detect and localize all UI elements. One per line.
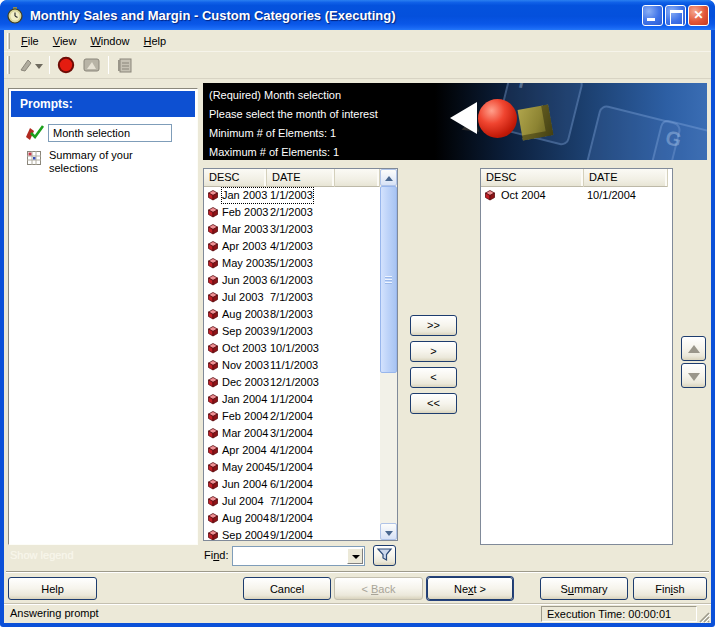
list-item-text: Feb 20042/1/2004 bbox=[222, 409, 313, 424]
toolbar-separator bbox=[49, 56, 50, 74]
window-title: Monthly Sales and Margin - Custom Catego… bbox=[30, 8, 642, 23]
list-item-date: 12/1/2003 bbox=[270, 376, 319, 388]
move-down-button[interactable] bbox=[681, 363, 706, 388]
list-item[interactable]: Apr 20044/1/2004 bbox=[204, 442, 380, 459]
list-item[interactable]: Mar 20043/1/2004 bbox=[204, 425, 380, 442]
status-bar: Answering prompt Execution Time: 00:00:0… bbox=[4, 603, 711, 623]
list-item[interactable]: Sep 20049/1/2004 bbox=[204, 527, 380, 540]
column-header-desc[interactable]: DESC bbox=[481, 169, 584, 187]
list-item-desc: Aug 2003 bbox=[222, 307, 270, 322]
move-up-button[interactable] bbox=[681, 336, 706, 361]
list-item-desc: Feb 2004 bbox=[222, 409, 270, 424]
list-item-date: 11/1/2003 bbox=[270, 359, 318, 371]
list-item[interactable]: May 20045/1/2004 bbox=[204, 459, 380, 476]
scrollbar-thumb[interactable] bbox=[380, 186, 397, 373]
find-input[interactable] bbox=[234, 548, 346, 564]
summary-button[interactable]: Summary bbox=[540, 577, 628, 600]
month-cube-icon bbox=[207, 342, 219, 354]
available-elements-list[interactable]: DESC DATE Jan 20031/1/2003Feb 20032/1/20… bbox=[203, 168, 398, 541]
column-header-date[interactable]: DATE bbox=[267, 169, 335, 187]
list-item-desc: May 2004 bbox=[222, 460, 270, 475]
list-item[interactable]: Aug 20048/1/2004 bbox=[204, 510, 380, 527]
next-button[interactable]: Next > bbox=[427, 577, 513, 600]
list-item-text: Apr 20034/1/2003 bbox=[222, 239, 313, 254]
list-item[interactable]: Apr 20034/1/2003 bbox=[204, 238, 380, 255]
list-item[interactable]: Feb 20042/1/2004 bbox=[204, 408, 380, 425]
footer-separator bbox=[6, 571, 709, 573]
stop-execution-icon[interactable] bbox=[53, 54, 79, 76]
toolbar-grip-handle[interactable] bbox=[7, 56, 10, 74]
list-item[interactable]: Jul 20047/1/2004 bbox=[204, 493, 380, 510]
close-button[interactable]: ✕ bbox=[688, 5, 709, 26]
menu-window[interactable]: Window bbox=[83, 32, 136, 50]
month-cube-icon bbox=[207, 427, 219, 439]
notes-icon[interactable] bbox=[112, 54, 138, 76]
list-item-text: Sep 20049/1/2004 bbox=[222, 528, 313, 540]
menu-bar: FileViewWindowHelp bbox=[4, 30, 711, 52]
list-item[interactable]: Feb 20032/1/2003 bbox=[204, 204, 380, 221]
selected-elements-list[interactable]: DESC DATE Oct 200410/1/2004 bbox=[480, 168, 673, 545]
filter-button[interactable] bbox=[373, 545, 396, 566]
menu-file[interactable]: File bbox=[14, 32, 46, 50]
toolbar bbox=[4, 52, 711, 79]
list-item-text: Nov 200311/1/2003 bbox=[222, 358, 318, 373]
list-item-date: 10/1/2003 bbox=[270, 342, 319, 354]
month-cube-icon bbox=[207, 495, 219, 507]
add-all-button[interactable]: >> bbox=[410, 315, 457, 336]
finish-button[interactable]: Finish bbox=[633, 577, 707, 600]
month-cube-icon bbox=[207, 189, 219, 201]
find-combobox[interactable] bbox=[232, 546, 365, 566]
menu-help[interactable]: Help bbox=[137, 32, 174, 50]
minimize-button[interactable] bbox=[642, 5, 663, 26]
scroll-down-icon[interactable] bbox=[380, 523, 397, 540]
menu-bar-items: FileViewWindowHelp bbox=[14, 32, 173, 50]
show-legend-link[interactable]: Show legend bbox=[10, 549, 74, 561]
available-list-scrollbar[interactable] bbox=[380, 169, 397, 540]
help-button[interactable]: Help bbox=[8, 577, 97, 600]
answer-prompt-icon[interactable] bbox=[14, 54, 46, 76]
menubar-grip-handle[interactable] bbox=[7, 33, 10, 49]
list-item[interactable]: May 20035/1/2003 bbox=[204, 255, 380, 272]
list-item[interactable]: Nov 200311/1/2003 bbox=[204, 357, 380, 374]
list-item-text: Apr 20044/1/2004 bbox=[222, 443, 313, 458]
remove-button[interactable]: < bbox=[410, 367, 457, 388]
down-arrow-icon bbox=[688, 373, 700, 381]
list-item[interactable]: Jan 20031/1/2003 bbox=[204, 187, 380, 204]
cancel-button[interactable]: Cancel bbox=[243, 577, 331, 600]
scroll-up-icon[interactable] bbox=[380, 169, 397, 186]
add-button[interactable]: > bbox=[410, 341, 457, 362]
combo-dropdown-icon[interactable] bbox=[347, 548, 363, 564]
list-item[interactable]: Jun 20046/1/2004 bbox=[204, 476, 380, 493]
export-image-icon[interactable] bbox=[79, 54, 105, 76]
list-item-date: 6/1/2004 bbox=[270, 478, 313, 490]
prompt-item-month-selection[interactable]: Month selection bbox=[9, 124, 197, 144]
list-item[interactable]: Jul 20037/1/2003 bbox=[204, 289, 380, 306]
list-item[interactable]: Dec 200312/1/2003 bbox=[204, 374, 380, 391]
list-item[interactable]: Sep 20039/1/2003 bbox=[204, 323, 380, 340]
list-item-desc: Apr 2004 bbox=[222, 443, 270, 458]
prompts-panel: Prompts: Month selection bbox=[8, 88, 198, 545]
list-item[interactable]: Mar 20033/1/2003 bbox=[204, 221, 380, 238]
list-item[interactable]: Jan 20041/1/2004 bbox=[204, 391, 380, 408]
month-cube-icon bbox=[207, 291, 219, 303]
list-item-date: 9/1/2003 bbox=[270, 325, 313, 337]
list-item[interactable]: Oct 200410/1/2004 bbox=[481, 187, 672, 204]
list-item-desc: Dec 2003 bbox=[222, 375, 270, 390]
list-item-text: Jan 20041/1/2004 bbox=[222, 392, 313, 407]
resize-grip[interactable] bbox=[697, 609, 710, 622]
menu-view[interactable]: View bbox=[46, 32, 84, 50]
maximize-button[interactable] bbox=[665, 5, 686, 26]
prompt-item-label: Summary of your selections bbox=[49, 149, 174, 175]
up-arrow-icon bbox=[688, 345, 700, 353]
column-header-date[interactable]: DATE bbox=[584, 169, 668, 187]
list-item[interactable]: Jun 20036/1/2003 bbox=[204, 272, 380, 289]
list-item-date: 2/1/2003 bbox=[270, 206, 313, 218]
back-button[interactable]: < Back bbox=[334, 577, 423, 600]
list-item[interactable]: Aug 20038/1/2003 bbox=[204, 306, 380, 323]
list-item-date: 10/1/2004 bbox=[587, 189, 636, 201]
list-item-text: Oct 200410/1/2004 bbox=[501, 188, 636, 203]
column-header-desc[interactable]: DESC bbox=[204, 169, 267, 187]
remove-all-button[interactable]: << bbox=[410, 393, 457, 414]
list-item[interactable]: Oct 200310/1/2003 bbox=[204, 340, 380, 357]
selected-rows: Oct 200410/1/2004 bbox=[481, 187, 672, 544]
